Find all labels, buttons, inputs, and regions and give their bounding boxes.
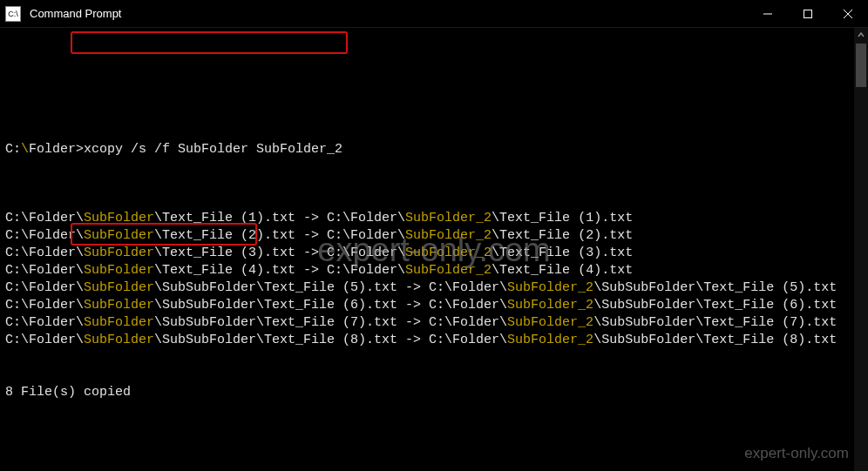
scroll-thumb[interactable] <box>856 44 866 87</box>
xcopy-summary: 8 File(s) copied <box>5 384 863 401</box>
output-line: C:\Folder\SubFolder\Text_File (3).txt ->… <box>5 245 863 262</box>
window-title: Command Prompt <box>30 7 748 20</box>
terminal-body[interactable]: C:\Folder>xcopy /s /f SubFolder SubFolde… <box>0 28 868 471</box>
maximize-button[interactable] <box>788 0 828 27</box>
minimize-button[interactable] <box>748 0 788 27</box>
titlebar[interactable]: C:\ Command Prompt <box>0 0 868 28</box>
output-line: C:\Folder\SubFolder\SubSubFolder\Text_Fi… <box>5 332 863 349</box>
close-button[interactable] <box>828 0 868 27</box>
output-line: C:\Folder\SubFolder\Text_File (4).txt ->… <box>5 262 863 279</box>
output-line: C:\Folder\SubFolder\SubSubFolder\Text_Fi… <box>5 297 863 314</box>
output-line: C:\Folder\SubFolder\Text_File (1).txt ->… <box>5 210 863 227</box>
scroll-up-icon[interactable] <box>854 28 868 42</box>
window-controls <box>748 0 868 27</box>
svg-rect-1 <box>804 10 812 17</box>
xcopy-output-block: C:\Folder\SubFolder\Text_File (1).txt ->… <box>5 210 863 349</box>
scrollbar[interactable] <box>854 28 868 471</box>
output-line: C:\Folder\SubFolder\SubSubFolder\Text_Fi… <box>5 279 863 297</box>
blank-line <box>5 436 863 454</box>
cmd-line-xcopy: C:\Folder>xcopy /s /f SubFolder SubFolde… <box>5 141 863 158</box>
xcopy-highlight-box <box>71 31 348 54</box>
prompt: C:\Folder> <box>5 142 84 157</box>
output-line: C:\Folder\SubFolder\Text_File (2).txt ->… <box>5 227 863 245</box>
command-text: xcopy /s /f SubFolder SubFolder_2 <box>84 142 342 157</box>
cmd-icon: C:\ <box>5 6 21 22</box>
output-line: C:\Folder\SubFolder\SubSubFolder\Text_Fi… <box>5 314 863 332</box>
